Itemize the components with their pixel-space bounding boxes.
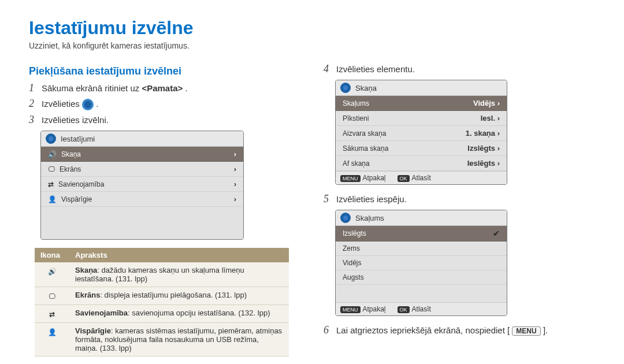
menu-item-label: Skaņa bbox=[61, 150, 81, 158]
step-text: . bbox=[185, 83, 187, 93]
chevron-right-icon: › bbox=[234, 180, 236, 188]
menu-item-high[interactable]: Augsts bbox=[336, 270, 507, 285]
step-text: Izvēlieties bbox=[42, 99, 82, 109]
ok-key-pill: OK bbox=[398, 175, 410, 182]
menu-item-general[interactable]: Vispārīgie › bbox=[41, 192, 243, 207]
footer-back: Atpakaļ bbox=[363, 174, 386, 182]
step-text: Izvēlieties iespēju. bbox=[336, 194, 407, 204]
person-icon bbox=[48, 195, 57, 203]
step-number: 2 bbox=[29, 98, 37, 110]
menu-item-af-sound[interactable]: Af skaņa Ieslēgts › bbox=[336, 156, 507, 171]
step-2: 2 Izvēlieties . bbox=[29, 98, 300, 110]
menu-item-shutter[interactable]: Aizvara skaņa 1. skaņa › bbox=[336, 126, 507, 141]
row-key: Aizvara skaņa bbox=[343, 129, 386, 138]
row-key: Augsts bbox=[343, 273, 364, 281]
gear-icon bbox=[340, 83, 351, 93]
step-text: Lai atgrieztos iepriekšējā ekrānā, nospi… bbox=[336, 325, 510, 335]
legend-bold: Skaņa bbox=[75, 266, 97, 274]
legend-table: Ikona Apraksts Skaņa: dažādu kameras ska… bbox=[35, 248, 289, 356]
row-value: Ieslēgts bbox=[467, 159, 495, 168]
menu-item-label: Vispārīgie bbox=[61, 195, 92, 203]
menu-item-beep[interactable]: Pīkstieni Iesl. › bbox=[336, 111, 507, 126]
panel-title: Skaņa bbox=[355, 84, 377, 92]
menu-item-label: Savienojamība bbox=[58, 180, 104, 188]
speaker-icon bbox=[48, 150, 57, 158]
step-number: 5 bbox=[324, 193, 332, 205]
row-key: Skaļums bbox=[343, 99, 369, 107]
row-key: Pīkstieni bbox=[343, 114, 369, 122]
legend-bold: Savienojamība bbox=[75, 309, 128, 317]
menu-key-pill: MENU bbox=[340, 175, 361, 182]
step-number: 3 bbox=[29, 114, 37, 126]
screen-icon bbox=[48, 165, 55, 173]
ok-key-pill: OK bbox=[398, 306, 410, 313]
left-column: Piekļūšana iestatījumu izvēlnei 1 Sākuma… bbox=[29, 60, 300, 356]
right-column: 4 Izvēlieties elementu. Skaņa Skaļums Vi… bbox=[324, 60, 595, 356]
step-text: . bbox=[96, 99, 98, 109]
menu-item-label: Ekrāns bbox=[60, 165, 81, 173]
page-title: Iestatījumu izvēlne bbox=[29, 17, 595, 39]
step-text: Izvēlieties elementu. bbox=[336, 64, 415, 74]
legend-bold: Vispārīgie bbox=[75, 326, 111, 335]
table-row: Skaņa: dažādu kameras skaņu un skaļuma l… bbox=[35, 262, 289, 287]
speaker-icon bbox=[48, 266, 57, 276]
row-key: Sākuma skaņa bbox=[343, 144, 388, 153]
step-number: 6 bbox=[324, 324, 332, 336]
step-number: 4 bbox=[324, 63, 332, 75]
row-key: Izslēgts bbox=[343, 229, 366, 237]
connect-icon bbox=[49, 309, 55, 318]
legend-text: : savienojuma opciju iestatīšana. (132. … bbox=[128, 309, 270, 317]
table-row: Vispārīgie: kameras sistēmas iestatījumu… bbox=[35, 323, 289, 356]
step-1: 1 Sākuma ekrānā ritiniet uz <Pamata> . bbox=[29, 82, 300, 94]
person-icon bbox=[48, 326, 57, 336]
step-5: 5 Izvēlieties iespēju. bbox=[324, 193, 595, 205]
menu-item-sound[interactable]: Skaņa › bbox=[41, 147, 243, 162]
step-6: 6 Lai atgrieztos iepriekšējā ekrānā, nos… bbox=[324, 324, 595, 336]
footer-ok: Atlasīt bbox=[412, 305, 431, 313]
legend-header-icon: Ikona bbox=[35, 248, 69, 262]
legend-text: : displeja iestatījumu pielāgošana. (131… bbox=[100, 291, 247, 299]
legend-text: : dažādu kameras skaņu un skaļuma līmeņu… bbox=[75, 266, 244, 283]
row-key: Zems bbox=[343, 244, 360, 252]
menu-item-medium[interactable]: Vidējs bbox=[336, 256, 507, 270]
sound-panel: Skaņa Skaļums Vidējs › Pīkstieni Iesl. ›… bbox=[335, 80, 507, 185]
menu-item-off[interactable]: Izslēgts ✔ bbox=[336, 226, 507, 242]
volume-panel: Skaļums Izslēgts ✔ Zems Vidējs Augsts bbox=[335, 210, 507, 316]
step-number: 1 bbox=[29, 82, 37, 94]
table-row: Ekrāns: displeja iestatījumu pielāgošana… bbox=[35, 287, 289, 305]
menu-item-screen[interactable]: Ekrāns › bbox=[41, 162, 243, 177]
menu-key-pill: MENU bbox=[340, 306, 361, 313]
step-bold: <Pamata> bbox=[142, 83, 183, 93]
footer-back: Atpakaļ bbox=[363, 305, 386, 313]
step-4: 4 Izvēlieties elementu. bbox=[324, 63, 595, 75]
chevron-right-icon: › bbox=[234, 165, 236, 173]
step-text: Sākuma ekrānā ritiniet uz bbox=[42, 83, 142, 93]
gear-icon bbox=[340, 213, 351, 223]
menu-item-startup[interactable]: Sākuma skaņa Izslēgts › bbox=[336, 141, 507, 156]
row-value: Vidējs bbox=[473, 99, 495, 107]
subheading: Piekļūšana iestatījumu izvēlnei bbox=[29, 65, 300, 77]
gear-icon bbox=[46, 133, 56, 144]
table-row: Savienojamība: savienojuma opciju iestat… bbox=[35, 305, 289, 323]
menu-item-connectivity[interactable]: Savienojamība › bbox=[41, 177, 243, 192]
settings-icon bbox=[82, 99, 94, 110]
screen-icon bbox=[49, 291, 55, 300]
menu-button-label: MENU bbox=[512, 326, 540, 336]
step-text: ]. bbox=[543, 325, 548, 335]
chevron-right-icon: › bbox=[234, 150, 236, 158]
row-key: Vidējs bbox=[343, 259, 361, 267]
settings-list-panel: Iestatījumi Skaņa › Ekrāns › Savienojamī… bbox=[40, 131, 244, 240]
legend-bold: Ekrāns bbox=[75, 291, 100, 299]
panel-title: Skaļums bbox=[355, 214, 384, 222]
page-subtitle: Uzziniet, kā konfigurēt kameras iestatīj… bbox=[29, 41, 595, 50]
menu-item-low[interactable]: Zems bbox=[336, 242, 507, 256]
step-3: 3 Izvēlieties izvēlni. bbox=[29, 114, 300, 126]
panel-title: Iestatījumi bbox=[61, 135, 95, 143]
footer-ok: Atlasīt bbox=[412, 174, 431, 182]
connect-icon bbox=[48, 180, 54, 188]
row-value: Izslēgts bbox=[467, 144, 495, 153]
check-icon: ✔ bbox=[493, 229, 500, 238]
row-key: Af skaņa bbox=[343, 159, 370, 168]
menu-item-volume[interactable]: Skaļums Vidējs › bbox=[336, 96, 507, 111]
step-text: Izvēlieties izvēlni. bbox=[42, 115, 109, 125]
